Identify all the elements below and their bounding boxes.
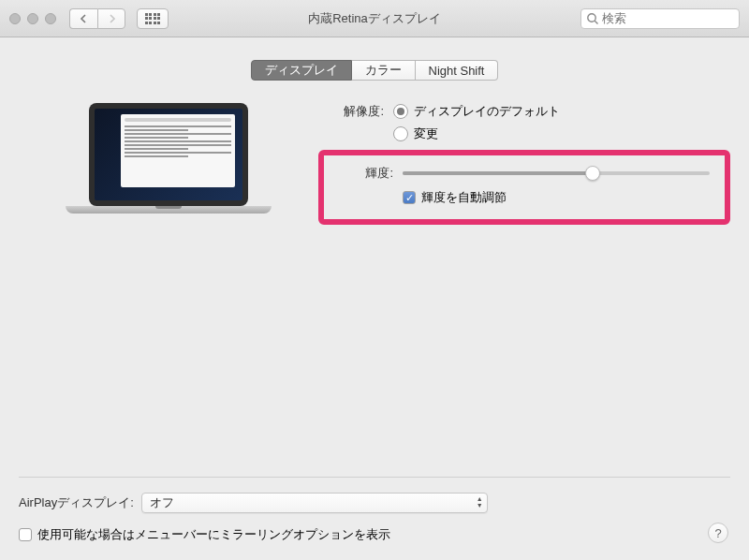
svg-line-1 — [595, 21, 597, 23]
search-input[interactable] — [580, 8, 740, 29]
mirroring-label: 使用可能な場合はメニューバーにミラーリングオプションを表示 — [37, 526, 390, 543]
minimize-button[interactable] — [27, 13, 38, 24]
auto-brightness-checkbox[interactable]: ✓ — [403, 191, 416, 204]
grid-icon — [145, 13, 161, 24]
settings-panel: 解像度: ディスプレイのデフォルト 変更 輝度: — [318, 103, 730, 225]
content-area: ディスプレイ カラー Night Shift 解像度: — [0, 37, 749, 478]
bottom-panel: AirPlayディスプレイ: オフ ▲▼ 使用可能な場合はメニューバーにミラーリ… — [0, 477, 749, 560]
brightness-highlight: 輝度: ✓ 輝度を自動調節 — [318, 150, 730, 225]
display-preview — [56, 103, 281, 243]
window-controls — [9, 13, 56, 24]
svg-point-0 — [588, 13, 595, 21]
radio-icon — [393, 104, 408, 119]
close-button[interactable] — [9, 13, 21, 24]
zoom-button[interactable] — [45, 13, 56, 24]
tab-display[interactable]: ディスプレイ — [251, 60, 352, 81]
resolution-label: 解像度: — [318, 103, 384, 120]
back-button[interactable] — [69, 8, 97, 29]
resolution-default-option[interactable]: ディスプレイのデフォルト — [393, 103, 560, 120]
brightness-slider[interactable] — [403, 171, 710, 175]
select-arrows-icon: ▲▼ — [477, 495, 483, 508]
chevron-left-icon — [80, 14, 88, 23]
airplay-label: AirPlayディスプレイ: — [19, 494, 134, 511]
tab-color[interactable]: カラー — [352, 60, 416, 81]
divider — [19, 477, 730, 478]
auto-brightness-label: 輝度を自動調節 — [421, 189, 507, 206]
brightness-label: 輝度: — [328, 165, 393, 182]
airplay-select[interactable]: オフ ▲▼ — [141, 493, 488, 513]
tab-bar: ディスプレイ カラー Night Shift — [19, 60, 730, 81]
resolution-scaled-option[interactable]: 変更 — [393, 125, 560, 142]
mirroring-checkbox[interactable] — [19, 528, 32, 541]
search-wrap — [580, 8, 740, 29]
help-icon: ? — [714, 526, 721, 540]
chevron-right-icon — [108, 14, 116, 23]
show-all-button[interactable] — [137, 8, 169, 29]
slider-thumb-icon — [585, 166, 600, 181]
search-icon — [586, 12, 599, 25]
resolution-default-label: ディスプレイのデフォルト — [414, 103, 560, 120]
tab-night-shift[interactable]: Night Shift — [416, 60, 499, 81]
check-icon: ✓ — [405, 193, 414, 203]
airplay-value: オフ — [150, 494, 174, 511]
window-title: 内蔵Retinaディスプレイ — [308, 10, 441, 27]
help-button[interactable]: ? — [708, 523, 728, 543]
titlebar: 内蔵Retinaディスプレイ — [0, 0, 749, 37]
resolution-scaled-label: 変更 — [414, 125, 438, 142]
nav-buttons — [69, 8, 125, 29]
forward-button[interactable] — [97, 8, 125, 29]
radio-icon — [393, 126, 408, 141]
